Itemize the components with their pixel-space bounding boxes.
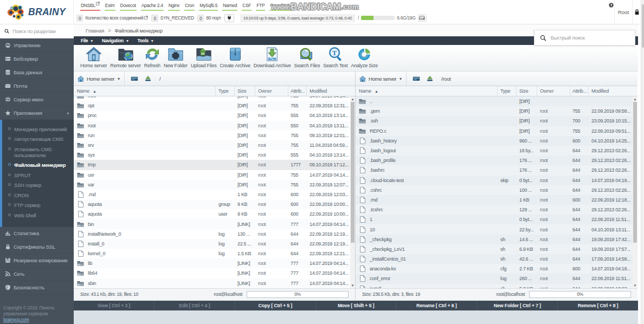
user-menu[interactable]: Root	[614, 0, 632, 24]
file-row[interactable]: installNetwork_0 log 130 ... root 644 22…	[74, 229, 351, 239]
service-link[interactable]: MySql5.5	[199, 1, 218, 11]
sidebar-item[interactable]: Сертификаты SSL	[0, 241, 74, 254]
file-row[interactable]: sys [DIR] root 555 04.10.2019 13:14...	[74, 150, 351, 160]
service-link[interactable]: Exim	[105, 1, 115, 11]
file-action-button[interactable]: Move [ Shift + 5 ]	[316, 301, 397, 310]
toolbar-button[interactable]: New Folder	[162, 46, 189, 70]
breadcrumb-home[interactable]: Главная	[86, 28, 104, 34]
file-row[interactable]: run [DIR] root 755 09.10.2019 12:01...	[74, 131, 351, 140]
file-action-button[interactable]: New Folder [ Ctrl + 7 ]	[477, 301, 558, 310]
file-action-button[interactable]: Edit [ Ctrl + 4 ]	[154, 301, 235, 310]
sidebar-item[interactable]: Приложения ▾	[0, 106, 74, 120]
plug-button[interactable]	[224, 14, 234, 22]
sidebar-submenu-item[interactable]: Файловый менеджер	[2, 160, 74, 171]
sidebar-item[interactable]: Сервер имен ▾	[0, 93, 74, 106]
file-action-button[interactable]: View [ Ctrl + 3 ]	[74, 301, 154, 310]
sidebar-submenu-item[interactable]: Автоустановщик CMS	[2, 134, 74, 145]
service-link[interactable]: DNSBL	[80, 1, 100, 11]
file-row[interactable]: opt [DIR] root 755 22.09.2019 12:31...	[74, 101, 351, 111]
file-row[interactable]: .ssh [DIR] root 700 23.09.2019 10:15...	[356, 116, 633, 126]
file-action-button[interactable]: Remove [ Ctrl + 8 ]	[558, 301, 638, 310]
file-row[interactable]: tmp [DIR] root 1777 09.10.2019 17:12...	[74, 160, 351, 170]
column-header-size[interactable]: Size	[517, 86, 537, 96]
toolbar-button[interactable]: Create Archive	[218, 46, 252, 70]
column-header-owner[interactable]: Owner	[537, 86, 570, 96]
file-row[interactable]: root [DIR] root 550 04.10.2019 13:11...	[74, 121, 351, 131]
column-header-type[interactable]: Type	[216, 86, 235, 96]
pane-server-label[interactable]: Home server	[369, 76, 396, 82]
file-row[interactable]: .. [DIR]	[356, 96, 633, 106]
disks-icon[interactable]	[131, 75, 138, 82]
column-header-modified[interactable]: Modified	[589, 86, 637, 96]
toolbar-button[interactable]: Upload Files	[189, 46, 218, 70]
file-row[interactable]: lib64 [LINK] root 777 14.07.2019 04:14..…	[74, 268, 351, 278]
service-link[interactable]: CSF	[242, 1, 252, 11]
column-header-modified[interactable]: Modified	[307, 86, 355, 96]
lock-button[interactable]	[632, 0, 641, 24]
service-link[interactable]: Nginx	[168, 1, 180, 11]
file-row[interactable]: .bashrc 176 ... root 644 29.12.2013 02:2…	[356, 165, 633, 175]
column-header-size[interactable]: Size	[235, 86, 255, 96]
toolbar-button[interactable]: Search Text	[321, 46, 349, 70]
sidebar-item[interactable]: База данных ▾	[0, 66, 74, 79]
sidebar-item[interactable]: Безопасность	[0, 281, 74, 295]
file-row[interactable]: aquota group 9 KB root 600 22.09.2019 10…	[74, 199, 351, 209]
sidebar-submenu-item[interactable]: FTP сервер	[2, 200, 74, 211]
eject-icon[interactable]	[144, 75, 152, 82]
file-row[interactable]: srv [DIR] root 755 11.04.2018 04:59...	[74, 140, 351, 150]
file-row[interactable]: install sh 5.0 KB root 644 22.09.2019 10…	[356, 284, 633, 288]
help-icon[interactable]	[609, 3, 614, 8]
sidebar-submenu-item[interactable]: SPRUT	[2, 170, 74, 180]
file-row[interactable]: .cloud-locale-test skip 0 byt... root 64…	[356, 176, 633, 185]
column-header-attrib[interactable]: Attrib...	[570, 86, 589, 96]
file-row[interactable]: _checkpkg_LsV1 sh 6.9 KB root 644 19.09.…	[356, 244, 633, 254]
column-header-name[interactable]: Name▲	[74, 86, 216, 96]
column-header-owner[interactable]: Owner	[255, 86, 288, 96]
scroll-down-icon[interactable]: ▼	[350, 283, 355, 288]
menu-item[interactable]: Tools ▾	[136, 38, 156, 43]
sidebar-search-input[interactable]	[12, 28, 69, 34]
file-row[interactable]: .tcshrc 129 ... root 644 29.12.2013 02:2…	[356, 205, 633, 215]
file-row[interactable]: .gem [DIR] root 755 22.09.2019 09:58...	[356, 106, 633, 116]
menu-item[interactable]: File ▾	[79, 38, 95, 43]
file-row[interactable]: var [DIR] root 755 22.09.2019 12:07...	[74, 180, 351, 190]
file-row[interactable]: conf_error log 260 ... root 644 22.09.20…	[356, 274, 633, 283]
column-header-attrib[interactable]: Attrib...	[288, 86, 307, 96]
file-row[interactable]: _installCentos_01 sh 42.6 ... root 644 1…	[356, 254, 633, 264]
toolbar-button[interactable]: Home server	[79, 46, 108, 70]
quick-search-input[interactable]	[551, 35, 629, 41]
sidebar-item[interactable]: Вебсервер ▾	[0, 52, 74, 66]
logo[interactable]: BRAINY	[0, 0, 74, 24]
chevron-down-icon[interactable]: ▾	[118, 76, 120, 81]
sidebar-submenu-item[interactable]: Web Shell	[2, 210, 74, 221]
pane-server-label[interactable]: Home server	[87, 76, 114, 82]
file-row[interactable]: 10 22 by... root 644 04.10.2019 13:11...	[356, 224, 633, 234]
file-row[interactable]: REPO.c [DIR] root 755 22.09.2019 09:51..…	[356, 126, 633, 136]
eject-icon[interactable]	[426, 75, 434, 82]
sidebar-item[interactable]: Управление ▾	[0, 38, 74, 52]
file-action-button[interactable]: Rename [ Ctrl + 6 ]	[396, 301, 477, 310]
toolbar-button[interactable]: Refresh	[143, 46, 162, 70]
file-row[interactable]: .cshrc 100 ... root 644 29.12.2013 02:26…	[356, 185, 633, 195]
toolbar-button[interactable]: Download Archive	[252, 46, 293, 70]
file-row[interactable]: lib [LINK] root 777 14.07.2019 04:14...	[74, 258, 351, 268]
column-header-name[interactable]: Name▲	[356, 86, 498, 96]
toolbar-button[interactable]: Search Files	[293, 46, 322, 70]
service-link[interactable]: Dovecot	[120, 1, 137, 11]
menu-item[interactable]: Navigation ▾	[100, 38, 131, 43]
file-row[interactable]: .bash_profile 176 ... root 644 29.12.201…	[356, 155, 633, 165]
sidebar-item[interactable]: Резервное копирование	[0, 254, 74, 268]
file-row[interactable]: .bash_history 960 ... root 600 04.10.201…	[356, 136, 633, 146]
service-link[interactable]: Cron	[184, 1, 195, 11]
sidebar-submenu-item[interactable]: SSH сервер	[2, 180, 74, 191]
copyright-link[interactable]: brainycp.com	[3, 317, 29, 322]
file-row[interactable]: aquota user 9 KB root 600 22.09.2019 10:…	[74, 209, 351, 219]
file-row[interactable]: mnt [DIR] root 755 14.07.2019 04:14...	[74, 96, 351, 101]
file-row[interactable]: _checkpkg sh 14.6 ... root 644 19.09.201…	[356, 235, 633, 244]
pane-scrollbar[interactable]: ▲ ▼	[350, 96, 355, 288]
scroll-up-icon[interactable]: ▲	[633, 96, 637, 102]
file-row[interactable]: 1 0 byt... root 644 22.09.2019 11:51...	[356, 215, 633, 224]
scroll-down-icon[interactable]: ▼	[633, 283, 637, 288]
toolbar-button[interactable]: Analyze Size	[349, 46, 379, 70]
service-link[interactable]: Named	[222, 1, 237, 11]
